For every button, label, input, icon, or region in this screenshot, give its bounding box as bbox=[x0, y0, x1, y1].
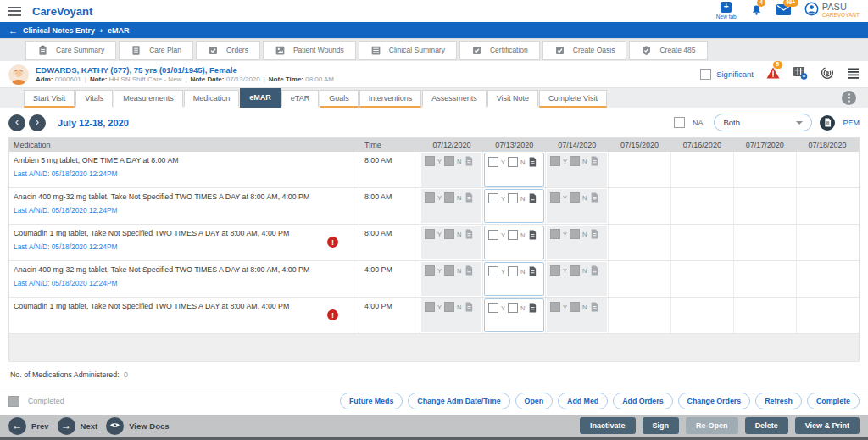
breadcrumb-page: eMAR bbox=[108, 26, 130, 35]
date-cell: YN bbox=[420, 298, 483, 333]
no-checkbox[interactable] bbox=[508, 266, 518, 276]
footer-button-delete[interactable]: Delete bbox=[745, 417, 788, 434]
clipboard-icon bbox=[37, 45, 48, 56]
menu-button[interactable] bbox=[847, 67, 860, 82]
no-checkbox[interactable] bbox=[508, 157, 518, 167]
add-schedule-button[interactable] bbox=[793, 66, 808, 83]
yes-checkbox[interactable] bbox=[488, 193, 498, 203]
tab-interventions[interactable]: Interventions bbox=[359, 90, 422, 108]
yes-checkbox[interactable] bbox=[488, 266, 498, 276]
no-label: N bbox=[520, 268, 525, 276]
alerts-button[interactable]: 5 bbox=[766, 67, 780, 82]
emar-panel: ‹ › July 12-18, 2020 NA Both PEM Medicat… bbox=[0, 108, 868, 387]
footer-nav-view-docs[interactable]: View Docs bbox=[106, 417, 169, 435]
tab-goals[interactable]: Goals bbox=[320, 90, 359, 108]
note-document-icon[interactable] bbox=[528, 266, 537, 276]
note-document-icon[interactable] bbox=[528, 193, 537, 203]
toolbar-button-create-oasis[interactable]: Create Oasis bbox=[542, 41, 627, 60]
actions-row: Completed Future MedsChange Adm Date/Tim… bbox=[0, 387, 868, 415]
no-label: N bbox=[582, 231, 587, 238]
note-document-icon[interactable] bbox=[528, 157, 537, 167]
date-cells: YNYNYN bbox=[420, 261, 859, 297]
tab-measurements[interactable]: Measurements bbox=[114, 90, 183, 108]
footer-nav-next[interactable]: →Next bbox=[58, 417, 98, 435]
footer-button-sign[interactable]: Sign bbox=[643, 417, 680, 434]
action-button-change-orders[interactable]: Change Orders bbox=[678, 393, 751, 409]
tab-assessments[interactable]: Assessments bbox=[422, 90, 487, 108]
time-cell: 8:00 AM bbox=[359, 225, 420, 260]
toolbar-button-clinical-summary[interactable]: Clinical Summary bbox=[359, 41, 457, 60]
app-title: CareVoyant bbox=[32, 5, 92, 18]
toolbar-button-patient-wounds[interactable]: Patient Wounds bbox=[263, 41, 356, 60]
next-week-button[interactable]: › bbox=[29, 114, 46, 131]
note-document-icon bbox=[465, 302, 473, 312]
yes-checkbox[interactable] bbox=[488, 230, 498, 240]
tab-vitals[interactable]: Vitals bbox=[75, 90, 113, 108]
toolbar-button-orders[interactable]: Orders bbox=[196, 41, 260, 60]
action-button-refresh[interactable]: Refresh bbox=[755, 393, 802, 409]
footer-nav-prev[interactable]: ←Prev bbox=[8, 417, 49, 435]
action-button-add-med[interactable]: Add Med bbox=[558, 393, 608, 409]
fingerprint-button[interactable] bbox=[821, 66, 834, 83]
medication-cell: Coumadin 1 mg tablet, Take Not Specified… bbox=[9, 298, 359, 333]
yes-checkbox[interactable] bbox=[488, 157, 498, 167]
back-arrow-icon[interactable]: ← bbox=[8, 25, 18, 36]
action-button-change-adm-date-time[interactable]: Change Adm Date/Time bbox=[408, 393, 509, 409]
tab-emar[interactable]: eMAR bbox=[240, 88, 281, 108]
tab-etar[interactable]: eTAR bbox=[281, 90, 319, 108]
action-button-future-meds[interactable]: Future Meds bbox=[340, 393, 403, 409]
more-options-button[interactable] bbox=[842, 91, 856, 105]
footer-button-view-print[interactable]: View & Print bbox=[795, 417, 860, 434]
user-menu[interactable]: PASU CAREVOYANT bbox=[804, 2, 860, 19]
note-document-icon[interactable] bbox=[528, 230, 537, 240]
tab-visit-note[interactable]: Visit Note bbox=[487, 90, 538, 108]
no-checkbox[interactable] bbox=[508, 193, 518, 203]
hamburger-menu-icon[interactable] bbox=[8, 7, 21, 16]
bell-icon bbox=[750, 5, 763, 19]
last-and-link[interactable]: Last A/N/D: 05/18/2020 12:24PM bbox=[14, 206, 117, 214]
toolbar-button-create-485[interactable]: Create 485 bbox=[629, 41, 707, 60]
date-column-header: 07/12/2020 bbox=[420, 141, 483, 149]
date-cell: YN bbox=[483, 298, 546, 333]
no-checkbox bbox=[570, 265, 580, 276]
last-and-link[interactable]: Last A/N/D: 05/18/2020 12:24PM bbox=[14, 170, 117, 178]
new-tab-button[interactable]: + New tab bbox=[716, 2, 737, 19]
notifications-button[interactable]: 4 bbox=[750, 3, 763, 20]
tab-medication[interactable]: Medication bbox=[184, 90, 240, 108]
yes-label: Y bbox=[501, 159, 505, 166]
medication-cell: Ambien 5 mg tablet, ONE TIME A DAY at 8:… bbox=[9, 152, 359, 187]
breadcrumb-section[interactable]: Clinical Notes Entry bbox=[23, 26, 95, 35]
action-button-open[interactable]: Open bbox=[515, 393, 553, 409]
no-checkbox[interactable] bbox=[508, 230, 518, 240]
notifications-badge: 4 bbox=[757, 0, 766, 7]
note-document-icon bbox=[590, 265, 598, 276]
na-checkbox[interactable] bbox=[674, 117, 685, 128]
last-and-link[interactable]: Last A/N/D: 05/18/2020 12:24PM bbox=[14, 279, 117, 287]
date-cells: YNYNYN bbox=[420, 298, 859, 333]
date-cell: YN bbox=[420, 225, 483, 260]
toolbar-button-certification[interactable]: Certification bbox=[459, 41, 540, 60]
previous-week-button[interactable]: ‹ bbox=[8, 114, 25, 131]
no-checkbox bbox=[570, 156, 580, 166]
messages-button[interactable]: 99+ bbox=[776, 3, 791, 19]
medication-cell: Anacin 400 mg-32 mg tablet, Take Not Spe… bbox=[9, 188, 359, 224]
administration-controls: YN bbox=[547, 189, 607, 203]
last-and-link[interactable]: Last A/N/D: 05/18/2020 12:24PM bbox=[14, 242, 117, 251]
no-checkbox[interactable] bbox=[508, 303, 518, 313]
filter-dropdown[interactable]: Both bbox=[714, 114, 812, 131]
alert-icon: ! bbox=[327, 309, 338, 320]
toolbar-button-label: Orders bbox=[226, 46, 248, 54]
action-button-add-orders[interactable]: Add Orders bbox=[613, 393, 672, 409]
note-document-icon[interactable] bbox=[528, 303, 537, 313]
action-button-complete[interactable]: Complete bbox=[807, 393, 860, 409]
date-cells: YNYNYN bbox=[420, 188, 859, 224]
footer-button-re-open: Re-Open bbox=[686, 417, 738, 434]
footer-button-inactivate[interactable]: Inactivate bbox=[580, 417, 636, 434]
significant-checkbox[interactable] bbox=[700, 69, 711, 80]
tab-start-visit[interactable]: Start Visit bbox=[24, 90, 75, 108]
tab-complete-visit[interactable]: Complete Visit bbox=[539, 90, 607, 108]
yes-checkbox[interactable] bbox=[488, 303, 498, 313]
toolbar-button-care-plan[interactable]: Care Plan bbox=[119, 41, 193, 60]
toolbar-button-care-summary[interactable]: Care Summary bbox=[25, 41, 116, 60]
pem-button[interactable] bbox=[820, 115, 835, 131]
